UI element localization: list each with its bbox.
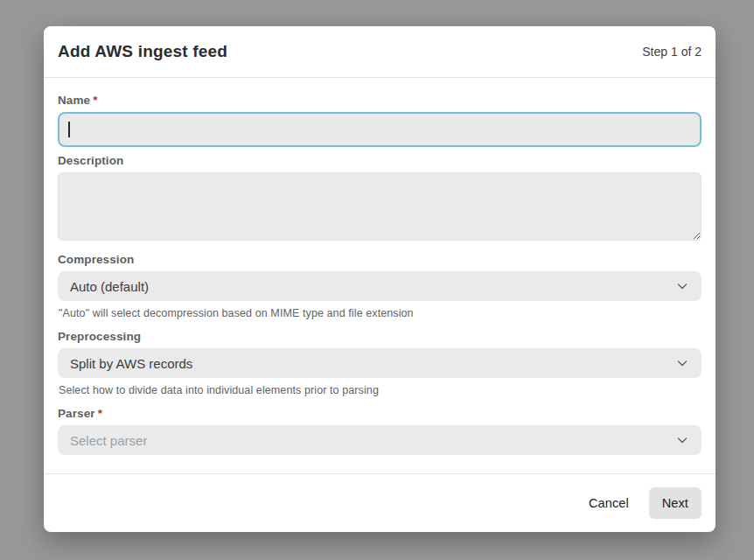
name-input[interactable] — [59, 114, 700, 145]
parser-placeholder: Select parser — [70, 433, 147, 448]
add-aws-ingest-feed-dialog: Add AWS ingest feed Step 1 of 2 Name * D… — [44, 26, 716, 532]
name-label: Name * — [58, 94, 702, 107]
text-caret — [68, 122, 70, 137]
cancel-button[interactable]: Cancel — [585, 489, 632, 517]
preprocessing-label: Preprocessing — [58, 330, 702, 343]
compression-selected-value: Auto (default) — [70, 279, 149, 294]
preprocessing-helper-text: Select how to divide data into individua… — [59, 384, 701, 396]
required-asterisk: * — [98, 407, 102, 420]
parser-label-text: Parser — [58, 407, 95, 420]
description-textarea[interactable] — [58, 172, 702, 241]
compression-select[interactable]: Auto (default) — [58, 271, 702, 301]
name-input-wrap — [58, 112, 702, 147]
chevron-down-icon — [675, 356, 689, 370]
next-button[interactable]: Next — [649, 487, 702, 519]
compression-helper-text: "Auto" will select decompression based o… — [59, 307, 701, 319]
dialog-header: Add AWS ingest feed Step 1 of 2 — [44, 26, 716, 78]
chevron-down-icon — [675, 433, 689, 447]
dialog-footer: Cancel Next — [44, 473, 716, 532]
description-label: Description — [58, 154, 702, 167]
step-indicator: Step 1 of 2 — [642, 45, 702, 59]
preprocessing-selected-value: Split by AWS records — [70, 356, 192, 371]
compression-label-text: Compression — [58, 253, 134, 266]
compression-label: Compression — [58, 253, 702, 266]
dialog-body: Name * Description Compression Auto (def… — [44, 78, 716, 473]
parser-select[interactable]: Select parser — [58, 425, 702, 455]
name-label-text: Name — [58, 94, 90, 107]
required-asterisk: * — [93, 94, 97, 107]
description-label-text: Description — [58, 154, 123, 167]
parser-label: Parser * — [58, 407, 702, 420]
dialog-title: Add AWS ingest feed — [58, 42, 227, 61]
preprocessing-select[interactable]: Split by AWS records — [58, 348, 702, 378]
preprocessing-label-text: Preprocessing — [58, 330, 141, 343]
chevron-down-icon — [675, 279, 689, 293]
